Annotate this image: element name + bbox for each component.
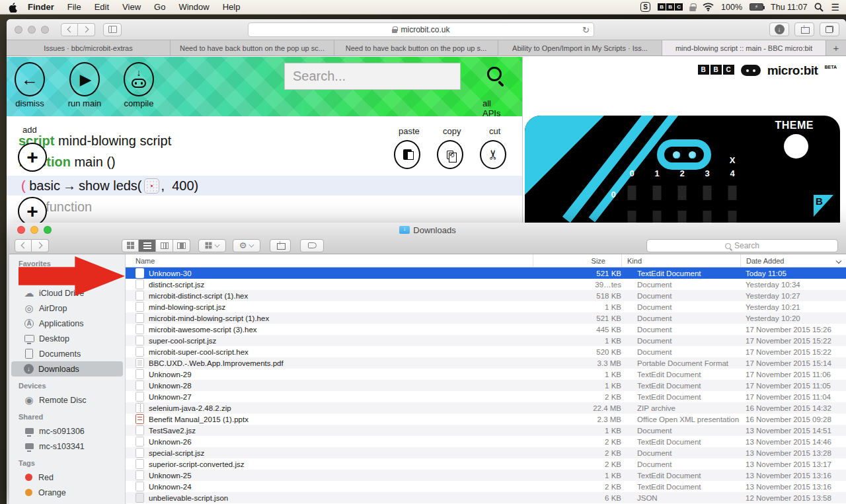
sidebar-item-applications[interactable]: Applications	[9, 316, 125, 331]
run-main-button[interactable]: ▶	[69, 62, 100, 96]
browser-forward-button[interactable]	[78, 23, 95, 36]
menu-clock[interactable]: Thu 11:07	[771, 3, 807, 12]
sidebar-item-documents[interactable]: Documents	[9, 346, 125, 361]
tab-back-button-1[interactable]: Need to have back button on the pop up s…	[171, 40, 334, 55]
lock-status-icon[interactable]	[689, 3, 696, 11]
code-arg[interactable]: 400)	[172, 178, 198, 194]
browser-back-button[interactable]	[61, 23, 78, 36]
apple-menu-icon[interactable]	[8, 3, 17, 12]
file-row[interactable]: Unknown-291 KBTextEdit Document17 Novemb…	[126, 369, 846, 380]
led-3-0[interactable]	[703, 186, 712, 200]
file-row[interactable]: super-cool-script.jsz1 KBDocument17 Nove…	[126, 335, 846, 346]
bbc-menu-icon[interactable]: BBC	[658, 3, 683, 11]
sidebar-item-downloads[interactable]: Downloads	[11, 361, 123, 377]
menu-item-help[interactable]: Help	[216, 0, 247, 15]
file-row[interactable]: microbit-distinct-script (1).hex518 KBDo…	[126, 290, 846, 301]
file-row[interactable]: unbelievable-script.json6 KBJSON12 Novem…	[126, 492, 846, 503]
led-0-0[interactable]	[628, 186, 636, 200]
tab-back-button-2[interactable]: Need to have back button on the pop up s…	[334, 40, 498, 55]
file-row[interactable]: microbit-super-cool-script.hex520 KBDocu…	[126, 346, 846, 357]
function-signature[interactable]: main ()	[74, 155, 115, 169]
api-search-input[interactable]: Search...	[284, 63, 461, 90]
file-row[interactable]: Unknown-251 KBTextEdit Document13 Novemb…	[126, 470, 846, 481]
close-window-button[interactable]	[15, 26, 22, 34]
cut-button[interactable]: ✂	[480, 140, 506, 169]
file-row[interactable]: microbit-awesome-script (3).hex445 KBDoc…	[126, 324, 846, 335]
sidebar-item-mc-s091306[interactable]: mc-s091306	[9, 423, 125, 439]
file-row[interactable]: Unknown-242 KBTextEdit Document13 Novemb…	[126, 481, 846, 492]
downloads-indicator-button[interactable]: ↓	[769, 22, 789, 36]
column-header-name[interactable]: Name	[135, 257, 533, 265]
compile-button[interactable]: ↓	[124, 62, 154, 96]
antivirus-shield-icon[interactable]: S	[640, 2, 650, 12]
column-header-kind[interactable]: Kind	[621, 254, 740, 267]
file-row[interactable]: Unknown-30521 KBTextEdit DocumentToday 1…	[126, 268, 846, 279]
code-object[interactable]: basic	[29, 178, 60, 194]
file-row[interactable]: BBC.UXD.-.Web.App.Improvements.pdf3.3 MB…	[126, 357, 846, 369]
icon-view-button[interactable]	[122, 239, 139, 252]
sidebar-item-red[interactable]: Red	[9, 470, 125, 485]
battery-icon[interactable]: ⚡	[750, 3, 763, 11]
file-row[interactable]: TestSave2.jsz1 KBDocument13 November 201…	[126, 425, 846, 436]
dismiss-button[interactable]: ←	[15, 62, 45, 96]
file-row[interactable]: Unknown-281 KBTextEdit Document17 Novemb…	[126, 380, 846, 391]
column-header-date-added[interactable]: Date Added	[740, 254, 846, 267]
add-statement-button-2[interactable]: +	[18, 197, 47, 226]
sidebar-item-desktop[interactable]: Desktop	[9, 331, 125, 346]
sidebar-item-icloud-drive[interactable]: iCloud Drive	[9, 285, 125, 301]
tab-mind-blowing-script[interactable]: mind-blowing script :: main - BBC micro:…	[662, 40, 826, 55]
minimize-window-button[interactable]	[28, 26, 36, 34]
sidebar-item-airdrop[interactable]: AirDrop	[9, 301, 125, 316]
new-tab-button[interactable]: +	[826, 40, 846, 55]
share-button[interactable]	[794, 22, 814, 36]
all-apis-button[interactable]	[487, 67, 502, 84]
led-4-0[interactable]	[728, 186, 737, 200]
paste-button[interactable]	[394, 140, 420, 169]
finder-titlebar[interactable]: Downloads	[9, 223, 846, 237]
file-row[interactable]: superior-script-converted.jsz2 KBDocumen…	[126, 458, 846, 470]
add-statement-button[interactable]: +	[18, 143, 47, 172]
file-row[interactable]: selenium-java-2.48.2.zip22.4 MBZIP archi…	[126, 402, 846, 414]
menu-item-edit[interactable]: Edit	[88, 0, 116, 15]
code-statement-line[interactable]: ( basic→show leds(, 400)	[7, 176, 522, 196]
action-menu-button[interactable]: ⚙	[233, 239, 260, 252]
sidebar-item-mc-s103341[interactable]: mc-s103341	[9, 439, 125, 454]
browser-sidebar-button[interactable]	[103, 23, 122, 36]
finder-share-button[interactable]	[270, 239, 291, 252]
reload-icon[interactable]: ↻	[582, 25, 590, 35]
finder-back-button[interactable]	[15, 239, 32, 252]
finder-forward-button[interactable]	[32, 239, 49, 252]
column-view-button[interactable]	[156, 239, 173, 252]
theme-toggle-button[interactable]	[784, 134, 808, 159]
file-row[interactable]: Unknown-262 KBTextEdit Document13 Novemb…	[126, 436, 846, 447]
spotlight-icon[interactable]	[814, 3, 824, 12]
menu-item-file[interactable]: File	[61, 0, 88, 15]
coverflow-view-button[interactable]	[173, 239, 190, 252]
led-2-0[interactable]	[678, 186, 687, 200]
tab-open-import[interactable]: Ability to Open/Import in My Scripts · I…	[498, 40, 662, 55]
finder-search-input[interactable]: Search	[646, 239, 838, 252]
sidebar-item-remote-disc[interactable]: Remote Disc	[9, 392, 125, 408]
menu-item-go[interactable]: Go	[147, 0, 172, 15]
menu-item-window[interactable]: Window	[172, 0, 215, 15]
menu-item-view[interactable]: View	[116, 0, 147, 15]
file-row[interactable]: Unknown-272 KBTextEdit Document17 Novemb…	[126, 391, 846, 402]
arrange-menu-button[interactable]	[198, 239, 226, 252]
file-row[interactable]: Benefit Manual_2015 (1).pptx2.3 MBOffice…	[126, 414, 846, 425]
file-row[interactable]: distinct-script.jsz39…tesDocumentYesterd…	[126, 279, 846, 290]
wifi-icon[interactable]	[703, 3, 714, 11]
file-row[interactable]: microbit-mind-blowing-script (1).hex521 …	[126, 312, 846, 324]
notification-center-icon[interactable]: ☰	[831, 2, 839, 13]
tab-issues[interactable]: Issues · bbc/microbit-extras	[7, 40, 171, 55]
tags-button[interactable]	[300, 239, 324, 252]
led-1-0[interactable]	[653, 186, 662, 200]
column-header-size[interactable]: Size	[533, 254, 605, 267]
file-row[interactable]: special-script.jsz2 KBDocument13 Novembe…	[126, 447, 846, 458]
zoom-window-button[interactable]	[41, 26, 49, 34]
tab-overview-button[interactable]	[820, 22, 839, 36]
sidebar-item-orange[interactable]: Orange	[9, 485, 125, 500]
script-name[interactable]: mind-blowing script	[58, 133, 171, 148]
code-method[interactable]: show leds(	[79, 178, 142, 194]
file-row[interactable]: mind-blowing-script.jsz1 KBDocumentYeste…	[126, 301, 846, 312]
copy-button[interactable]	[437, 140, 463, 169]
